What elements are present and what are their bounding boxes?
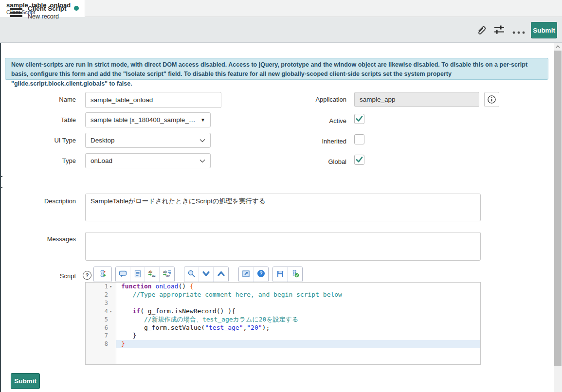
format-code-button[interactable] — [130, 267, 145, 282]
svg-text:ab: ab — [148, 270, 152, 273]
application-field: sample_app — [354, 92, 479, 107]
replace-all-button[interactable]: abac — [160, 267, 174, 282]
gutter: 8 — [86, 340, 116, 348]
header-submit-button[interactable]: Submit — [531, 22, 557, 38]
record-status-dot-icon — [74, 6, 79, 11]
code-text: } — [116, 340, 480, 348]
header-subtitle: New record — [28, 13, 59, 20]
code-line-1[interactable]: 1▾function onLoad() { — [86, 283, 480, 291]
code-line-5[interactable]: 5 //新規作成の場合、test_ageカラムに20を設定する — [86, 316, 480, 324]
editor-help-icon: ? — [257, 269, 265, 279]
toggle-comment-button[interactable] — [116, 267, 130, 282]
type-select[interactable]: onLoad — [85, 153, 211, 168]
editor-help-button[interactable]: ? — [254, 267, 268, 282]
replace-button[interactable]: abac — [145, 267, 160, 282]
navigator-splitter[interactable] — [0, 43, 1, 392]
ui-type-select-value: Desktop — [91, 137, 199, 144]
ui-type-label: UI Type — [10, 137, 76, 144]
active-checkbox[interactable] — [354, 114, 364, 124]
fold-arrow-icon[interactable]: ▾ — [109, 307, 116, 316]
chevron-down-icon — [199, 137, 205, 144]
description-textarea[interactable]: SampleTableがロードされたときにScriptの処理を実行する — [85, 194, 481, 221]
line-number: 5 — [86, 316, 109, 324]
code-line-6[interactable]: 6 g_form.setValue("test_age","20"); — [86, 324, 480, 332]
table-label: Table — [10, 116, 76, 124]
name-input[interactable] — [85, 92, 221, 108]
global-label: Global — [271, 158, 346, 165]
table-select-value: sample table [x_180400_sample_ap_… — [91, 116, 198, 124]
scroll-up-icon[interactable] — [554, 43, 562, 51]
type-select-value: onLoad — [91, 157, 199, 164]
splitter-handle-icon[interactable] — [0, 176, 2, 177]
code-line-2[interactable]: 2 //Type appropriate comment here, and b… — [86, 291, 480, 299]
open-in-new-window-icon — [242, 269, 250, 279]
line-number: 2 — [86, 291, 109, 299]
description-label: Description — [10, 197, 76, 205]
code-text: g_form.setValue("test_age","20"); — [116, 324, 480, 332]
header-title: Client Script — [28, 5, 67, 12]
syntax-check-button[interactable] — [288, 267, 302, 282]
toggle-comment-icon — [119, 270, 127, 279]
toolbar-group: ? — [238, 267, 269, 282]
splitter-handle-icon[interactable] — [0, 187, 2, 188]
script-help-icon[interactable]: ? — [83, 271, 91, 280]
search-button[interactable] — [184, 267, 199, 282]
code-line-7[interactable]: 7 } — [86, 332, 480, 340]
syntax-check-icon — [291, 269, 299, 279]
code-text: //Type appropriate comment here, and beg… — [116, 291, 480, 299]
replace-all-icon: abac — [163, 269, 171, 279]
script-label: Script — [10, 272, 76, 280]
fold-arrow-icon[interactable]: ▾ — [109, 283, 116, 291]
code-line-8[interactable]: 8} — [86, 340, 480, 348]
line-number: 7 — [86, 332, 109, 340]
application-info-button[interactable] — [484, 92, 499, 107]
gutter: 3 — [86, 299, 116, 307]
format-code-icon — [134, 270, 142, 279]
inherited-checkbox[interactable] — [354, 134, 364, 144]
script-code-editor[interactable]: 1▾function onLoad() {2 //Type appropriat… — [85, 282, 481, 365]
save-button[interactable] — [273, 267, 288, 282]
personalize-icon[interactable] — [493, 24, 505, 37]
dropdown-triangle-icon: ▼ — [200, 117, 205, 123]
application-value: sample_app — [360, 96, 474, 103]
editor-switch-icon — [99, 269, 107, 279]
find-next-icon — [202, 271, 210, 278]
more-icon[interactable] — [512, 28, 526, 36]
gutter: 2 — [86, 291, 116, 299]
gutter: 5 — [86, 316, 116, 324]
find-previous-button[interactable] — [214, 267, 228, 282]
type-label: Type — [10, 157, 76, 164]
toolbar-group — [93, 267, 112, 282]
active-label: Active — [271, 117, 346, 125]
scrollbar-thumb[interactable] — [554, 51, 562, 366]
save-icon — [276, 270, 284, 279]
replace-icon: abac — [148, 269, 156, 279]
ui-type-select[interactable]: Desktop — [85, 133, 211, 148]
strict-mode-banner: New client-scripts are run in strict mod… — [5, 58, 548, 80]
code-text: function onLoad() { — [116, 283, 480, 291]
paperclip-icon[interactable] — [475, 23, 488, 38]
editor-switch-button[interactable] — [94, 267, 111, 282]
svg-text:?: ? — [259, 270, 262, 276]
application-label: Application — [271, 96, 346, 103]
line-number: 4 — [86, 307, 109, 316]
gutter — [86, 348, 116, 364]
chevron-down-icon — [199, 157, 205, 164]
context-menu-icon[interactable] — [10, 8, 22, 18]
open-in-new-window-button[interactable] — [239, 267, 254, 282]
name-label: Name — [10, 96, 76, 103]
code-text: if( g_form.isNewRecord() ){ — [116, 307, 480, 316]
code-line-4[interactable]: 4▾ if( g_form.isNewRecord() ){ — [86, 307, 480, 316]
global-checkbox[interactable] — [354, 155, 364, 165]
footer-submit-button[interactable]: Submit — [11, 373, 40, 389]
messages-textarea[interactable] — [85, 232, 481, 261]
code-line-3[interactable]: 3 — [86, 299, 480, 307]
code-text: } — [116, 332, 480, 340]
gutter: 1▾ — [86, 283, 116, 291]
find-next-button[interactable] — [199, 267, 214, 282]
code-text — [116, 299, 480, 307]
table-select[interactable]: sample table [x_180400_sample_ap_… ▼ — [85, 112, 211, 127]
find-previous-icon — [217, 271, 225, 278]
svg-text:ac: ac — [152, 274, 156, 277]
line-number: 6 — [86, 324, 109, 332]
